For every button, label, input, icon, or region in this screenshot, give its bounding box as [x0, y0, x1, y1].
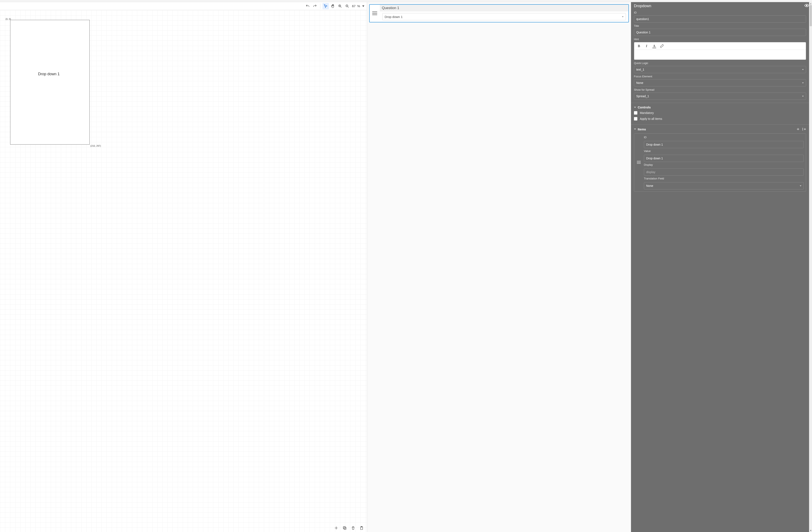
redo-button[interactable]	[312, 3, 318, 9]
divider	[631, 124, 809, 124]
canvas-area[interactable]: (0, 0) Drop down 1 (210, 297)	[0, 10, 367, 532]
svg-point-9	[802, 130, 803, 130]
id-label: ID	[634, 11, 806, 14]
toolbar-divider	[320, 3, 320, 9]
panel-scrollbar[interactable]: ▲ ▼	[809, 2, 812, 532]
title-label: Title	[634, 24, 806, 28]
item-value-input[interactable]	[644, 155, 804, 162]
zoom-dropdown[interactable]	[362, 5, 364, 7]
visibility-toggle[interactable]	[804, 4, 809, 8]
zoom-out-tool[interactable]	[344, 3, 350, 9]
scroll-up-button[interactable]: ▲	[809, 2, 812, 5]
item-block: ID Value Display Translation Field None	[634, 133, 806, 192]
focus-element-value: None	[636, 81, 643, 85]
controls-section-header[interactable]: Controls	[631, 105, 809, 110]
item-value-label: Value	[644, 149, 804, 152]
show-spread-select[interactable]: Spread_1	[634, 92, 806, 100]
show-spread-label: Show for Spread	[634, 88, 806, 91]
hint-label: Hint	[634, 38, 806, 41]
item-display-input[interactable]	[644, 168, 804, 176]
hint-textarea[interactable]	[634, 50, 806, 60]
zoom-value[interactable]: 67	[351, 4, 357, 8]
apply-all-label: Apply to all items	[640, 117, 662, 120]
questions-column: Question 1 Drop down 1	[367, 2, 631, 532]
title-input[interactable]	[634, 29, 806, 36]
divider	[631, 103, 809, 103]
collapse-icon	[634, 107, 636, 108]
chevron-down-icon	[622, 16, 624, 17]
item-translation-value: None	[646, 184, 653, 188]
chevron-down-icon	[802, 96, 804, 97]
link-button[interactable]	[659, 44, 664, 48]
zoom-unit: %	[357, 4, 360, 8]
question-card[interactable]: Question 1 Drop down 1	[369, 4, 629, 23]
apply-all-checkbox[interactable]	[634, 117, 637, 120]
scroll-thumb[interactable]	[810, 5, 812, 26]
quick-logic-label: Quick Logic	[634, 61, 806, 65]
undo-button[interactable]	[304, 3, 311, 9]
delete-button[interactable]	[350, 525, 356, 531]
quick-logic-select[interactable]: text_1	[634, 66, 806, 73]
question-title: Question 1	[380, 5, 628, 11]
properties-panel: Dropdown ID Title Hint B I A	[631, 2, 812, 532]
add-item-button[interactable]	[796, 127, 800, 131]
hint-editor[interactable]: B I A	[634, 42, 806, 60]
show-spread-value: Spread_1	[636, 94, 649, 98]
quick-logic-value: text_1	[636, 68, 644, 71]
page-rect[interactable]	[10, 20, 90, 145]
panel-title: Dropdown	[634, 4, 651, 8]
controls-header-label: Controls	[638, 105, 651, 109]
item-id-input[interactable]	[644, 141, 804, 148]
svg-point-8	[802, 129, 803, 129]
collapse-icon	[634, 129, 636, 130]
items-section-header[interactable]: Items	[631, 126, 809, 132]
coord-bottom-right: (210, 297)	[90, 145, 101, 147]
svg-point-6	[806, 5, 807, 6]
focus-element-label: Focus Element	[634, 75, 806, 78]
id-input[interactable]	[634, 15, 806, 23]
svg-rect-2	[344, 527, 346, 530]
mandatory-checkbox[interactable]	[634, 111, 637, 115]
canvas-element-label[interactable]: Drop down 1	[38, 72, 60, 76]
mandatory-label: Mandatory	[640, 111, 654, 115]
question-drag-handle[interactable]	[369, 5, 380, 22]
copy-button[interactable]	[342, 525, 348, 531]
question-dropdown-value: Drop down 1	[385, 15, 403, 19]
add-multiple-items-button[interactable]	[802, 127, 806, 131]
bold-button[interactable]: B	[637, 44, 641, 48]
question-dropdown[interactable]: Drop down 1	[382, 13, 626, 20]
svg-rect-3	[343, 527, 345, 529]
panel-header: Dropdown	[631, 2, 812, 10]
item-translation-select[interactable]: None	[644, 182, 804, 189]
item-drag-handle[interactable]	[636, 135, 641, 189]
chevron-down-icon	[802, 69, 804, 70]
canvas-footer-toolbar	[333, 524, 365, 532]
pointer-tool[interactable]	[322, 3, 329, 9]
italic-button[interactable]: I	[644, 44, 649, 48]
chevron-down-icon	[800, 186, 801, 187]
items-header-label: Items	[638, 128, 646, 131]
item-translation-label: Translation Field	[644, 177, 804, 180]
item-display-label: Display	[644, 163, 804, 166]
app-top-strip	[0, 0, 812, 2]
focus-element-select[interactable]: None	[634, 79, 806, 86]
chevron-down-icon	[802, 83, 804, 84]
canvas-column: 67 % (0, 0) Drop down 1 (210, 297)	[0, 2, 367, 532]
item-id-label: ID	[644, 136, 804, 139]
scroll-down-button[interactable]: ▼	[809, 529, 812, 532]
canvas-toolbar: 67 %	[0, 2, 367, 10]
font-color-button[interactable]: A	[652, 44, 656, 48]
svg-point-7	[802, 128, 803, 129]
pan-tool[interactable]	[330, 3, 336, 9]
paste-button[interactable]	[359, 525, 365, 531]
zoom-in-tool[interactable]	[337, 3, 343, 9]
add-button[interactable]	[333, 525, 339, 531]
